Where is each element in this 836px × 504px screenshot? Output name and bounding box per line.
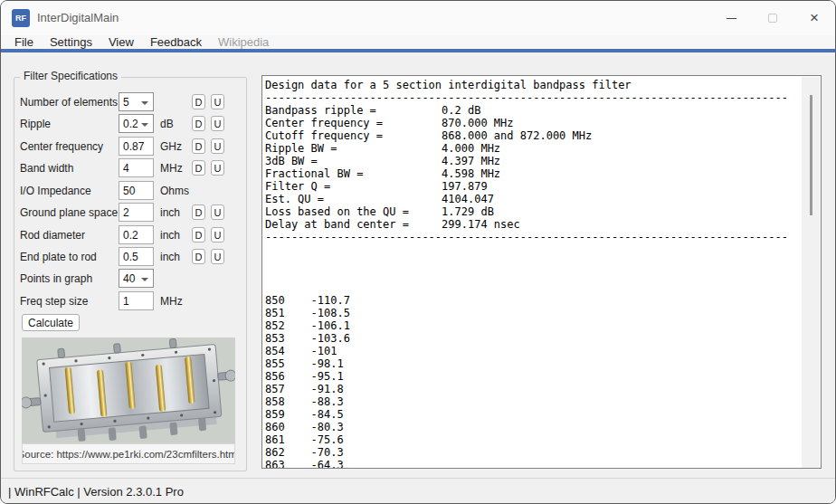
- number-of-elements-value: 5: [123, 96, 129, 109]
- spec-row-freq-step-size: Freq step sizeMHz: [14, 291, 248, 311]
- titlebar[interactable]: RF InterDigitalMain ×: [1, 1, 835, 35]
- ground-plane-space-unit-label: inch: [160, 206, 180, 219]
- spec-row-end-plate-to-rod: End plate to rodinchDU: [14, 247, 248, 267]
- close-icon: ×: [810, 9, 819, 27]
- points-in-graph-select[interactable]: 40: [119, 269, 154, 288]
- spec-row-band-width: Band widthMHzDU: [14, 158, 248, 178]
- minimize-icon: [727, 18, 736, 19]
- band-width-input[interactable]: [119, 158, 154, 177]
- chevron-down-icon: [141, 123, 148, 127]
- accent-divider: [1, 49, 835, 52]
- status-text: | WinRFCalc | Version 2.3.0.1 Pro: [8, 485, 184, 499]
- minimize-button[interactable]: [710, 1, 752, 35]
- design-output-text: Design data for a 5 section interdigital…: [262, 76, 821, 469]
- close-button[interactable]: ×: [793, 1, 835, 35]
- spec-row-ripple: Ripple0.2dBDU: [14, 114, 248, 134]
- window-title: InterDigitalMain: [37, 11, 119, 24]
- number-of-elements-down-button[interactable]: D: [192, 94, 205, 109]
- scrollbar-track[interactable]: [802, 77, 820, 469]
- ripple-unit-label: dB: [160, 118, 174, 130]
- statusbar: | WinRFCalc | Version 2.3.0.1 Pro: [1, 479, 835, 504]
- spec-row-ground-plane-space: Ground plane spaceinchDU: [14, 203, 248, 223]
- i-o-impedance-label: I/O Impedance: [20, 185, 91, 197]
- number-of-elements-up-button[interactable]: U: [211, 94, 224, 109]
- filter-photo: [22, 338, 235, 443]
- maximize-button: [752, 1, 793, 35]
- groupbox-title: Filter Specifications: [20, 70, 121, 82]
- ground-plane-space-label: Ground plane space: [20, 206, 118, 219]
- rod-diameter-label: Rod diameter: [20, 229, 85, 242]
- ripple-up-button[interactable]: U: [211, 116, 224, 131]
- freq-step-size-unit-label: MHz: [160, 295, 183, 308]
- ripple-select[interactable]: 0.2: [119, 114, 154, 133]
- ground-plane-space-input[interactable]: [119, 203, 154, 222]
- menu-item-settings[interactable]: Settings: [42, 35, 100, 49]
- maximize-icon: [768, 14, 777, 23]
- app-window: RF InterDigitalMain × FileSettingsViewFe…: [0, 0, 836, 504]
- menubar: FileSettingsViewFeedbackWikipedia: [1, 35, 835, 49]
- chevron-down-icon: [141, 278, 148, 281]
- rod-diameter-input[interactable]: [119, 225, 154, 244]
- center-frequency-input[interactable]: [119, 137, 154, 156]
- spec-row-i-o-impedance: I/O ImpedanceOhms: [14, 181, 248, 201]
- number-of-elements-label: Number of elements: [20, 96, 118, 109]
- band-width-label: Band width: [20, 162, 73, 175]
- band-width-unit-label: MHz: [160, 162, 183, 175]
- spec-row-number-of-elements: Number of elements5DU: [14, 92, 248, 112]
- rod-diameter-up-button[interactable]: U: [211, 227, 224, 242]
- menu-item-file[interactable]: File: [6, 35, 42, 49]
- spec-row-center-frequency: Center frequencyGHzDU: [14, 137, 248, 157]
- app-logo-icon: RF: [12, 9, 30, 27]
- spec-row-rod-diameter: Rod diameterinchDU: [14, 225, 248, 245]
- ripple-down-button[interactable]: D: [192, 116, 205, 131]
- freq-step-size-input[interactable]: [119, 291, 154, 310]
- number-of-elements-select[interactable]: 5: [119, 92, 154, 111]
- menu-item-feedback[interactable]: Feedback: [142, 35, 210, 49]
- i-o-impedance-unit-label: Ohms: [160, 185, 189, 197]
- i-o-impedance-input[interactable]: [119, 181, 154, 200]
- end-plate-to-rod-up-button[interactable]: U: [211, 249, 224, 264]
- menu-item-view[interactable]: View: [100, 35, 142, 49]
- points-in-graph-label: Points in graph: [20, 272, 92, 285]
- center-frequency-label: Center frequency: [20, 140, 103, 153]
- scrollbar-thumb[interactable]: [810, 95, 812, 215]
- band-width-up-button[interactable]: U: [211, 160, 224, 176]
- chevron-down-icon: [141, 101, 148, 105]
- photo-source-label: Source: https://www.pe1rki.com/23cmfilte…: [22, 443, 235, 464]
- center-frequency-unit-label: GHz: [160, 140, 182, 153]
- design-output-textarea[interactable]: Design data for a 5 section interdigital…: [261, 75, 822, 469]
- band-width-down-button[interactable]: D: [192, 160, 205, 176]
- ground-plane-space-down-button[interactable]: D: [192, 204, 205, 220]
- end-plate-to-rod-unit-label: inch: [160, 251, 180, 263]
- rod-diameter-unit-label: inch: [160, 229, 180, 242]
- center-frequency-down-button[interactable]: D: [192, 138, 205, 154]
- end-plate-to-rod-label: End plate to rod: [20, 251, 97, 263]
- end-plate-to-rod-input[interactable]: [119, 247, 154, 266]
- ripple-value: 0.2: [123, 118, 138, 130]
- ripple-label: Ripple: [20, 118, 51, 130]
- center-frequency-up-button[interactable]: U: [211, 138, 224, 154]
- window-controls: ×: [710, 1, 835, 35]
- calculate-button[interactable]: Calculate: [22, 314, 80, 331]
- freq-step-size-label: Freq step size: [20, 295, 88, 308]
- menu-item-wikipedia: Wikipedia: [210, 35, 277, 49]
- filter-specifications-group: Filter Specifications Number of elements…: [14, 77, 247, 471]
- spec-row-points-in-graph: Points in graph40: [14, 269, 248, 289]
- points-in-graph-value: 40: [123, 272, 135, 285]
- end-plate-to-rod-down-button[interactable]: D: [192, 249, 205, 264]
- ground-plane-space-up-button[interactable]: U: [211, 204, 224, 220]
- rod-diameter-down-button[interactable]: D: [192, 227, 205, 242]
